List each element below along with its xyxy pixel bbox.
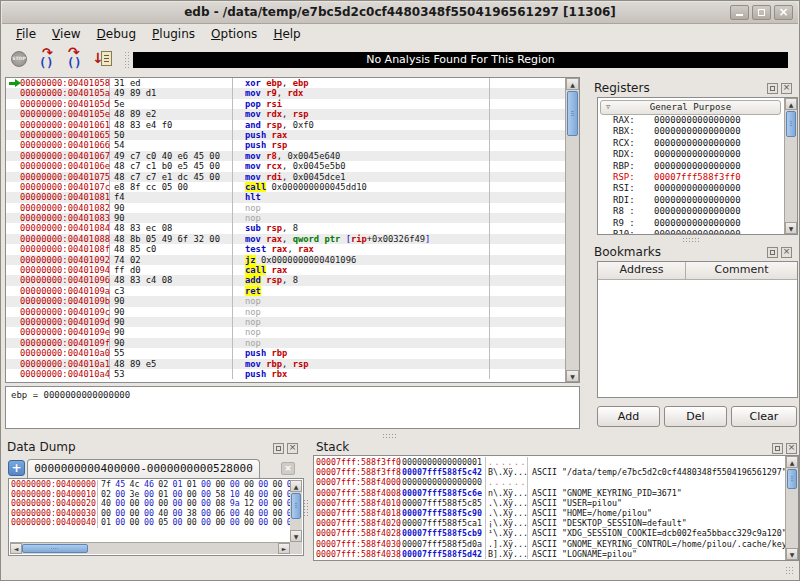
- disasm-row[interactable]: 00000000:0040109b90nop: [6, 296, 565, 306]
- close-dock-icon[interactable]: [287, 443, 298, 454]
- main-splitter-handle[interactable]: [382, 433, 398, 438]
- registers-scrollbar[interactable]: ▲ ▼: [784, 98, 797, 234]
- register-row[interactable]: RDI:0000000000000000: [598, 195, 783, 206]
- title-bar[interactable]: edb - /data/temp/e7bc5d2c0cf4480348f5504…: [2, 2, 798, 24]
- disasm-row[interactable]: 00000000:0040109f90nop: [6, 338, 565, 348]
- disasm-row[interactable]: 00000000:0040106550push rax: [6, 130, 565, 140]
- disasm-row[interactable]: 00000000:0040108848 8b 05 49 6f 32 00mov…: [6, 234, 565, 244]
- close-button[interactable]: [774, 5, 793, 20]
- dump-vertical-scrollbar[interactable]: ▲ ▼: [290, 480, 302, 542]
- disasm-row[interactable]: 00000000:004010a453push rbx: [6, 369, 565, 379]
- dump-region-tab[interactable]: 0000000000400000-0000000000528000: [27, 459, 260, 479]
- disasm-row[interactable]: 00000000:0040108390nop: [6, 213, 565, 223]
- scrollbar-thumb[interactable]: [567, 91, 578, 136]
- disasm-row[interactable]: 00000000:0040105e48 89 e2mov rdx, rsp: [6, 109, 565, 119]
- disasm-row[interactable]: 00000000:0040107548 c7 c7 e1 dc 45 00mov…: [6, 172, 565, 182]
- register-row[interactable]: RAX:0000000000000000: [598, 115, 783, 126]
- column-header-address[interactable]: Address: [598, 262, 686, 279]
- scrollbar-thumb[interactable]: [786, 111, 796, 137]
- disasm-row[interactable]: 00000000:0040109648 83 c4 08add rsp, 8: [6, 275, 565, 285]
- disassembly-scrollbar[interactable]: ▲ ▼: [565, 78, 579, 382]
- scroll-down-arrow[interactable]: ▼: [785, 222, 797, 234]
- menu-item-view[interactable]: View: [44, 25, 88, 43]
- disasm-row[interactable]: 00000000:0040109274 02jz 0x0000000000401…: [6, 255, 565, 265]
- scroll-left-arrow[interactable]: ◄: [10, 543, 22, 554]
- float-dock-icon[interactable]: [772, 443, 783, 454]
- data-dump-dock-title[interactable]: Data Dump: [7, 440, 76, 454]
- register-row[interactable]: R9 :0000000000000000: [598, 218, 783, 229]
- disasm-row[interactable]: 00000000:004010a148 89 e5mov rbp, rsp: [6, 359, 565, 369]
- add-bookmark-button[interactable]: Add: [597, 406, 660, 427]
- stack-row[interactable]: 00007fff:588f403800007fff588f5d42B].Xÿ..…: [314, 549, 785, 559]
- new-dump-tab-button[interactable]: +: [8, 460, 25, 476]
- registers-panel[interactable]: ▽ General Purpose RAX:0000000000000000RB…: [597, 97, 798, 235]
- stack-row[interactable]: 00007fff:588f3ff800007fff588f5c42B\.Xÿ..…: [314, 467, 785, 477]
- close-tab-icon[interactable]: ×: [281, 462, 295, 475]
- run-to-icon[interactable]: ↓: [92, 48, 116, 72]
- menu-item-file[interactable]: File: [8, 25, 44, 43]
- stack-row[interactable]: 00007fff:588f402800007fff588f5cb9¹\.Xÿ..…: [314, 528, 785, 538]
- disasm-row[interactable]: 00000000:0040106749 c7 c0 40 e6 45 00mov…: [6, 151, 565, 161]
- scroll-up-arrow[interactable]: ▲: [290, 480, 302, 492]
- dump-row[interactable]: 00000000:0040004001000000050000000000000…: [9, 518, 290, 528]
- disassembly-view[interactable]: 00000000:0040105831 edxor ebp, ebp000000…: [5, 77, 580, 383]
- register-group-header[interactable]: ▽ General Purpose: [600, 100, 781, 115]
- close-dock-icon[interactable]: [786, 443, 797, 454]
- stack-row[interactable]: 00007fff:588f402000007fff588f5ca1¡\.Xÿ..…: [314, 518, 785, 528]
- dock-splitter-handle[interactable]: [682, 237, 700, 242]
- scroll-down-arrow[interactable]: ▼: [566, 370, 579, 382]
- scrollbar-thumb[interactable]: [787, 469, 797, 489]
- step-over-icon[interactable]: ↷ (): [64, 48, 88, 72]
- float-dock-icon[interactable]: [767, 247, 778, 258]
- register-row[interactable]: RBX:0000000000000000: [598, 126, 783, 137]
- maximize-button[interactable]: [752, 5, 771, 20]
- step-into-icon[interactable]: ↷ (): [36, 48, 60, 72]
- register-row[interactable]: RDX:0000000000000000: [598, 149, 783, 160]
- float-dock-icon[interactable]: [767, 83, 778, 94]
- minimize-button[interactable]: [730, 5, 749, 20]
- clear-bookmarks-button[interactable]: Clear: [731, 406, 797, 427]
- dump-stack-splitter-handle[interactable]: [303, 499, 308, 517]
- stop-icon[interactable]: STOP: [8, 48, 32, 72]
- disasm-row[interactable]: 00000000:0040105d5epop rsi: [6, 99, 565, 109]
- register-row[interactable]: RSI:0000000000000000: [598, 183, 783, 194]
- bookmarks-table[interactable]: Address Comment: [597, 261, 798, 398]
- register-row[interactable]: RSP:00007fff588f3ff0: [598, 172, 783, 183]
- data-dump-view[interactable]: 00000000:004000007f454c46020101000000000…: [8, 478, 304, 556]
- register-row[interactable]: RBP:0000000000000000: [598, 161, 783, 172]
- scroll-up-arrow[interactable]: ▲: [786, 456, 798, 468]
- scroll-up-arrow[interactable]: ▲: [566, 78, 579, 90]
- stack-row[interactable]: 00007fff:588f401800007fff588f5c90.\.Xÿ..…: [314, 508, 785, 518]
- disasm-row[interactable]: 00000000:0040106148 83 e4 f0and rsp, 0xf…: [6, 120, 565, 130]
- disasm-row[interactable]: 00000000:00401081f4hlt: [6, 192, 565, 202]
- disasm-row[interactable]: 00000000:0040109ac3ret: [6, 286, 565, 296]
- register-row[interactable]: RCX:0000000000000000: [598, 138, 783, 149]
- resize-grip[interactable]: [785, 566, 794, 575]
- stack-row[interactable]: 00007fff:588f403000007fff588f5d0a.].Xÿ..…: [314, 539, 785, 549]
- dump-horizontal-scrollbar[interactable]: ◄ ►: [10, 542, 290, 554]
- scrollbar-thumb[interactable]: [291, 493, 301, 519]
- register-row[interactable]: R8 :0000000000000000: [598, 206, 783, 217]
- disasm-row[interactable]: 00000000:0040109e90nop: [6, 327, 565, 337]
- scroll-down-arrow[interactable]: ▼: [290, 530, 302, 542]
- disasm-row[interactable]: 00000000:0040109d90nop: [6, 317, 565, 327]
- disasm-row[interactable]: 00000000:0040107ce8 8f cc 05 00call 0x00…: [6, 182, 565, 192]
- stack-row[interactable]: 00007fff:588f40000000000000000000.......…: [314, 477, 785, 487]
- scroll-down-arrow[interactable]: ▼: [786, 548, 798, 560]
- menu-item-options[interactable]: Options: [203, 25, 265, 43]
- bookmarks-dock-title[interactable]: Bookmarks: [594, 245, 661, 259]
- scrollbar-thumb[interactable]: [22, 544, 88, 553]
- menu-item-debug[interactable]: Debug: [89, 25, 144, 43]
- disasm-row[interactable]: 00000000:0040105a49 89 d1mov r9, rdx: [6, 88, 565, 98]
- stack-dock-title[interactable]: Stack: [316, 440, 349, 454]
- disasm-row[interactable]: 00000000:0040108448 83 ec 08sub rsp, 8: [6, 223, 565, 233]
- disasm-row[interactable]: 00000000:0040108f48 85 c0test rax, rax: [6, 244, 565, 254]
- menu-item-plugins[interactable]: Plugins: [144, 25, 203, 43]
- disasm-row[interactable]: 00000000:0040108290nop: [6, 203, 565, 213]
- disasm-row[interactable]: 00000000:0040106654push rsp: [6, 140, 565, 150]
- scroll-up-arrow[interactable]: ▲: [785, 98, 797, 110]
- stack-row[interactable]: 00007fff:588f400800007fff588f5c6en\.Xÿ..…: [314, 488, 785, 498]
- disasm-row[interactable]: 00000000:00401094ff d0call rax: [6, 265, 565, 275]
- column-header-comment[interactable]: Comment: [686, 262, 797, 279]
- menu-item-help[interactable]: Help: [265, 25, 308, 43]
